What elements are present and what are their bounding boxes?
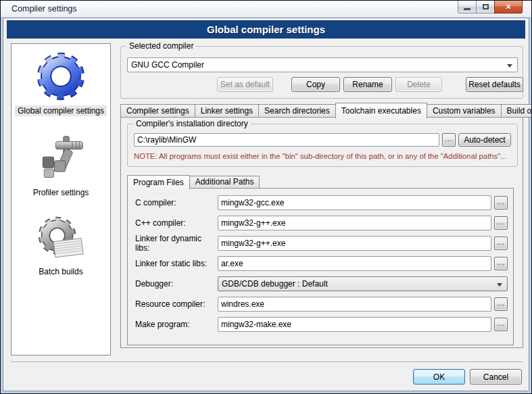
field-row-make-program: Make program: ...	[135, 317, 508, 332]
toolchain-executables-panel: Compiler's installation directory ... Au…	[120, 117, 523, 348]
window-controls: ✕	[458, 1, 523, 14]
bin-subdirectory-note: NOTE: All programs must exist either in …	[134, 152, 507, 160]
compiler-select-value: GNU GCC Compiler	[131, 60, 204, 70]
field-label: Linker for dynamic libs:	[135, 234, 215, 253]
minimize-icon	[464, 8, 470, 10]
sidebar-item-label: Batch builds	[36, 266, 85, 277]
gear-stack-icon	[37, 216, 85, 263]
settings-tabstrip: Compiler settings Linker settings Search…	[120, 102, 523, 118]
c-compiler-input[interactable]	[218, 195, 491, 210]
close-button[interactable]: ✕	[494, 1, 523, 14]
field-row-cpp-compiler: C++ compiler: ...	[135, 216, 508, 230]
field-label: Make program:	[135, 320, 215, 329]
cancel-button[interactable]: Cancel	[470, 369, 522, 385]
set-as-default-button[interactable]: Set as default	[217, 77, 273, 92]
close-icon: ✕	[505, 3, 511, 11]
caliper-icon	[35, 134, 87, 184]
gear-blue-icon	[35, 51, 87, 102]
settings-category-list: Global compiler settings	[11, 43, 111, 355]
installation-directory-groupbox: Compiler's installation directory ... Au…	[127, 124, 518, 167]
subtab-program-files[interactable]: Program Files	[127, 175, 190, 189]
installation-directory-row: ... Auto-detect	[134, 133, 511, 147]
installation-directory-input[interactable]	[134, 133, 439, 147]
resource-compiler-input[interactable]	[218, 297, 491, 312]
maximize-button[interactable]	[476, 1, 495, 14]
programs-subtabs: Program Files Additional Paths	[127, 174, 259, 189]
field-label: C compiler:	[135, 198, 215, 207]
tab-toolchain-executables[interactable]: Toolchain executables	[335, 103, 427, 118]
compiler-select[interactable]: GNU GCC Compiler	[127, 57, 518, 72]
sidebar-item-label: Global compiler settings	[15, 105, 107, 116]
reset-defaults-button[interactable]: Reset defaults	[466, 77, 523, 92]
selected-compiler-groupbox: Selected compiler GNU GCC Compiler Set a…	[120, 46, 523, 99]
make-program-browse-button[interactable]: ...	[494, 318, 508, 331]
dynamic-linker-browse-button[interactable]: ...	[494, 237, 508, 250]
chevron-down-icon	[507, 64, 512, 68]
installation-directory-browse-button[interactable]: ...	[442, 133, 456, 147]
sidebar-item-label: Profiler settings	[30, 187, 92, 198]
static-linker-browse-button[interactable]: ...	[494, 257, 508, 270]
static-linker-input[interactable]	[218, 256, 491, 271]
tab-compiler-settings[interactable]: Compiler settings	[120, 104, 195, 118]
resource-compiler-browse-button[interactable]: ...	[494, 297, 508, 311]
auto-detect-button[interactable]: Auto-detect	[458, 133, 511, 147]
ok-button[interactable]: OK	[413, 369, 465, 385]
field-label: Debugger:	[135, 279, 215, 289]
compiler-settings-window: Compiler settings ✕ Global compiler sett…	[0, 0, 532, 394]
window-title: Compiler settings	[11, 4, 77, 14]
field-row-debugger: Debugger: GDB/CDB debugger : Default	[135, 276, 508, 291]
sidebar-item-batch-builds[interactable]: Batch builds	[36, 198, 85, 277]
c-compiler-browse-button[interactable]: ...	[494, 196, 508, 210]
rename-button[interactable]: Rename	[343, 77, 392, 92]
copy-button[interactable]: Copy	[291, 77, 340, 92]
subtab-additional-paths[interactable]: Additional Paths	[189, 176, 260, 189]
cpp-compiler-input[interactable]	[218, 216, 491, 230]
dialog-client-area: Global compiler settings	[3, 18, 529, 391]
field-row-c-compiler: C compiler: ...	[135, 195, 508, 210]
tab-linker-settings[interactable]: Linker settings	[195, 104, 259, 118]
chevron-down-icon	[497, 283, 502, 287]
field-row-static-linker: Linker for static libs: ...	[135, 256, 508, 271]
sidebar-item-global-compiler-settings[interactable]: Global compiler settings	[15, 44, 107, 116]
tab-custom-variables[interactable]: Custom variables	[427, 104, 502, 118]
debugger-select-value: GDB/CDB debugger : Default	[222, 279, 328, 289]
make-program-input[interactable]	[218, 317, 491, 332]
field-label: Linker for static libs:	[135, 259, 215, 268]
field-row-resource-compiler: Resource compiler: ...	[135, 297, 508, 312]
delete-button[interactable]: Delete	[395, 77, 442, 92]
field-row-dynamic-linker: Linker for dynamic libs: ...	[135, 236, 508, 251]
program-files-panel: C compiler: ... C++ compiler: ... Linker…	[127, 188, 514, 345]
installation-directory-legend: Compiler's installation directory	[133, 119, 251, 128]
selected-compiler-legend: Selected compiler	[126, 41, 196, 51]
dynamic-linker-input[interactable]	[218, 236, 491, 251]
tab-search-directories[interactable]: Search directories	[258, 104, 336, 118]
footer-separator	[11, 362, 523, 363]
field-label: C++ compiler:	[135, 218, 215, 228]
maximize-icon	[483, 4, 489, 9]
debugger-select[interactable]: GDB/CDB debugger : Default	[218, 276, 508, 291]
field-label: Resource compiler:	[135, 299, 215, 309]
cpp-compiler-browse-button[interactable]: ...	[494, 216, 508, 230]
minimize-button[interactable]	[458, 1, 477, 14]
titlebar[interactable]: Compiler settings ✕	[1, 1, 531, 18]
page-title: Global compiler settings	[7, 20, 525, 39]
sidebar-item-profiler-settings[interactable]: Profiler settings	[30, 116, 92, 198]
tab-build-options[interactable]: Build options	[501, 104, 532, 118]
